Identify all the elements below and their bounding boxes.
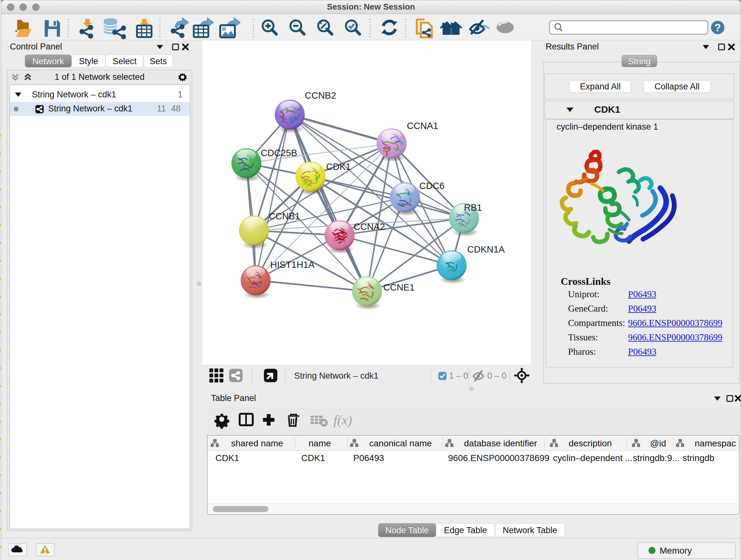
svg-text:@id: @id [650,438,666,448]
svg-text:RB1: RB1 [464,202,482,212]
svg-text:HIST1H1A: HIST1H1A [270,260,315,270]
svg-text:CDK1: CDK1 [326,162,351,172]
svg-text:namespac: namespac [695,438,736,448]
svg-text:f(x): f(x) [333,413,352,428]
svg-text:CCNA2: CCNA2 [354,222,385,232]
svg-text:CDC6: CDC6 [419,181,445,191]
svg-text:description: description [569,438,612,448]
svg-text:?: ? [715,21,721,34]
svg-text:CCNA1: CCNA1 [407,121,438,131]
svg-text:0 – 0: 0 – 0 [487,371,507,381]
svg-text:CCNB2: CCNB2 [305,90,336,101]
svg-text:1 – 0: 1 – 0 [449,371,468,381]
svg-text:database identifier: database identifier [464,438,537,448]
svg-text:CDKN1A: CDKN1A [467,244,505,254]
svg-text:shared name: shared name [231,438,283,448]
svg-text:CCNB1: CCNB1 [269,211,300,221]
svg-text:name: name [309,438,331,448]
svg-text:CDC25B: CDC25B [261,148,297,158]
svg-text:canonical name: canonical name [369,438,432,448]
svg-text:String Network – cdk1: String Network – cdk1 [294,371,379,381]
svg-text:CCNE1: CCNE1 [383,282,414,293]
